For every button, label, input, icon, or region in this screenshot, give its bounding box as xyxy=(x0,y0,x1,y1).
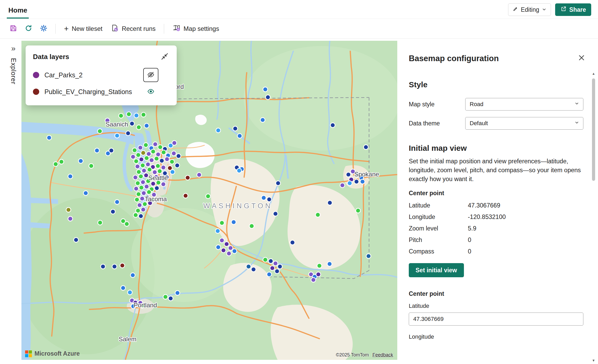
data-point[interactable] xyxy=(141,191,146,195)
data-point[interactable] xyxy=(136,192,141,197)
data-point[interactable] xyxy=(206,194,210,199)
data-point[interactable] xyxy=(144,173,148,178)
data-point[interactable] xyxy=(161,182,166,187)
data-point[interactable] xyxy=(161,150,166,155)
data-point[interactable] xyxy=(172,141,177,145)
data-point[interactable] xyxy=(158,145,163,149)
data-point[interactable] xyxy=(246,264,251,269)
data-point[interactable] xyxy=(360,179,365,184)
share-button[interactable]: Share xyxy=(555,3,591,16)
data-point[interactable] xyxy=(128,290,132,295)
data-point[interactable] xyxy=(185,175,190,180)
data-point[interactable] xyxy=(151,149,156,154)
data-point[interactable] xyxy=(147,190,151,194)
data-point[interactable] xyxy=(251,267,256,272)
data-point[interactable] xyxy=(347,181,352,186)
data-point[interactable] xyxy=(154,156,159,161)
data-point[interactable] xyxy=(159,158,164,163)
data-point[interactable] xyxy=(215,229,220,233)
data-point[interactable] xyxy=(134,159,139,164)
data-point[interactable] xyxy=(327,200,332,205)
data-point[interactable] xyxy=(327,262,332,266)
data-point[interactable] xyxy=(170,170,175,174)
data-point[interactable] xyxy=(317,263,322,268)
data-point[interactable] xyxy=(144,184,149,189)
data-point[interactable] xyxy=(139,174,143,179)
data-point[interactable] xyxy=(95,148,99,153)
data-point[interactable] xyxy=(140,163,145,168)
panel-scroll-area[interactable]: Style Map style Road Data theme Default xyxy=(397,80,598,340)
data-point[interactable] xyxy=(142,168,146,173)
data-point[interactable] xyxy=(263,257,268,262)
data-point[interactable] xyxy=(131,154,135,159)
data-point[interactable] xyxy=(101,264,105,269)
data-point[interactable] xyxy=(112,264,117,269)
data-point[interactable] xyxy=(260,118,265,122)
settings-button[interactable] xyxy=(37,22,51,36)
data-point[interactable] xyxy=(136,208,140,213)
collapse-card-button[interactable] xyxy=(160,52,169,62)
data-point[interactable] xyxy=(315,212,320,217)
data-point[interactable] xyxy=(273,211,278,216)
data-point[interactable] xyxy=(237,168,242,173)
data-point[interactable] xyxy=(133,213,138,217)
data-point[interactable] xyxy=(270,266,275,270)
data-point[interactable] xyxy=(135,197,139,202)
data-point[interactable] xyxy=(141,151,146,155)
data-point[interactable] xyxy=(121,286,125,290)
data-point[interactable] xyxy=(153,142,158,147)
data-point[interactable] xyxy=(149,158,154,163)
expand-explorer-icon[interactable]: » xyxy=(11,44,16,52)
data-point[interactable] xyxy=(268,259,273,263)
data-point[interactable] xyxy=(163,294,168,299)
data-point[interactable] xyxy=(134,186,139,191)
data-point[interactable] xyxy=(216,128,221,133)
data-point[interactable] xyxy=(126,112,131,117)
data-point[interactable] xyxy=(98,220,102,225)
data-point[interactable] xyxy=(175,163,180,168)
refresh-button[interactable] xyxy=(21,22,36,36)
data-point[interactable] xyxy=(152,170,157,175)
data-point[interactable] xyxy=(330,123,335,128)
feedback-link[interactable]: Feedback xyxy=(372,352,393,358)
data-point[interactable] xyxy=(139,185,144,190)
layer-row-car-parks[interactable]: Car_Parks_2 xyxy=(33,67,169,83)
tab-home[interactable]: Home xyxy=(7,2,29,19)
data-point[interactable] xyxy=(136,125,141,130)
data-point[interactable] xyxy=(261,195,266,200)
data-point[interactable] xyxy=(311,278,316,282)
data-point[interactable] xyxy=(156,164,160,168)
data-point[interactable] xyxy=(133,175,138,180)
data-point[interactable] xyxy=(141,112,146,117)
data-point[interactable] xyxy=(130,273,135,278)
data-point[interactable] xyxy=(165,157,169,161)
data-point[interactable] xyxy=(144,123,149,128)
data-point[interactable] xyxy=(120,263,125,268)
data-point[interactable] xyxy=(275,269,279,274)
data-point[interactable] xyxy=(278,264,282,269)
data-point[interactable] xyxy=(109,148,114,153)
data-point[interactable] xyxy=(137,203,142,207)
editing-button[interactable]: Editing xyxy=(508,3,551,16)
data-point[interactable] xyxy=(141,180,145,184)
data-point[interactable] xyxy=(138,145,143,150)
data-point[interactable] xyxy=(171,151,176,156)
data-point[interactable] xyxy=(83,191,88,195)
data-point[interactable] xyxy=(354,179,359,184)
data-point[interactable] xyxy=(273,261,278,266)
data-point[interactable] xyxy=(119,113,123,118)
recent-runs-button[interactable]: Recent runs xyxy=(107,22,159,36)
data-point[interactable] xyxy=(364,145,368,149)
data-point[interactable] xyxy=(134,113,139,118)
data-point[interactable] xyxy=(139,157,144,162)
data-point[interactable] xyxy=(197,172,202,177)
data-point[interactable] xyxy=(224,242,229,246)
scroll-down-arrow-icon[interactable]: ▼ xyxy=(591,359,596,362)
data-point[interactable] xyxy=(233,126,238,131)
data-point[interactable] xyxy=(157,169,162,174)
data-point[interactable] xyxy=(170,159,174,164)
data-point[interactable] xyxy=(115,200,119,204)
data-point[interactable] xyxy=(366,254,371,258)
data-point[interactable] xyxy=(132,148,137,153)
data-point[interactable] xyxy=(97,129,102,134)
